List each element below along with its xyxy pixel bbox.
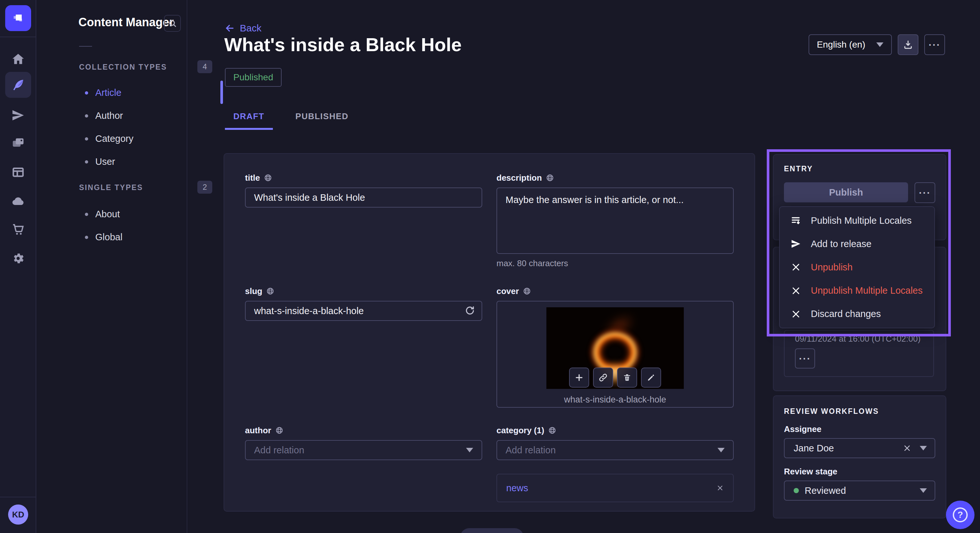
status-badge: Published	[225, 68, 282, 87]
sidebar-item-about[interactable]: About	[85, 209, 120, 219]
add-media-button[interactable]	[569, 368, 589, 388]
user-avatar[interactable]: KD	[8, 504, 28, 525]
category-relation-item: news	[496, 474, 734, 502]
cross-icon	[789, 262, 802, 272]
cover-media-card: what-s-inside-a-black-hole	[496, 301, 734, 408]
list-plus-icon	[789, 215, 802, 226]
sidebar-item-article[interactable]: Article	[85, 87, 121, 98]
schedule-more-button[interactable]: ...	[795, 348, 815, 368]
field-category: category (1) Add relation news	[496, 425, 734, 502]
tab-published[interactable]: PUBLISHED	[287, 107, 357, 130]
menu-item-label: Discard changes	[811, 309, 881, 319]
menu-item-unpublish[interactable]: Unpublish	[780, 256, 934, 279]
menu-item-label: Unpublish	[811, 262, 853, 273]
chevron-down-icon	[876, 43, 883, 47]
sidebar-item-global[interactable]: Global	[85, 232, 123, 243]
entry-heading: ENTRY	[784, 165, 935, 173]
download-icon	[903, 40, 913, 49]
regenerate-slug-button[interactable]	[465, 305, 475, 317]
assignee-label: Assignee	[784, 424, 935, 434]
media-library-icon[interactable]	[8, 133, 29, 154]
author-relation-combobox[interactable]: Add relation	[245, 440, 482, 460]
description-field-label: description	[496, 173, 542, 183]
relation-link-news[interactable]: news	[506, 483, 528, 493]
bottom-cutoff-button[interactable]	[460, 528, 524, 533]
clear-assignee-button[interactable]	[903, 444, 911, 452]
cover-field-label: cover	[496, 286, 519, 296]
title-field-label: title	[245, 173, 260, 183]
export-button[interactable]	[898, 34, 918, 55]
scheduled-publication-box: 09/11/2024 at 16:00 (UTC+02:00) ...	[784, 330, 934, 377]
assignee-value: Jane Doe	[794, 443, 903, 454]
content-manager-icon[interactable]	[5, 72, 31, 98]
globe-icon	[264, 174, 272, 182]
slug-field-label: slug	[245, 286, 262, 296]
menu-item-label: Publish Multiple Locales	[811, 215, 912, 226]
bullet-icon	[85, 91, 88, 95]
publish-button[interactable]: Publish	[784, 182, 908, 202]
menu-item-unpublish-multiple-locales[interactable]: Unpublish Multiple Locales	[780, 279, 934, 302]
question-mark-icon: ?	[953, 508, 968, 522]
strapi-logo-icon[interactable]	[5, 5, 31, 31]
search-button[interactable]	[164, 15, 181, 32]
releases-icon[interactable]	[8, 105, 29, 125]
ellipsis-icon: ...	[799, 356, 811, 361]
menu-item-discard-changes[interactable]: Discard changes	[780, 303, 934, 325]
strapi-app: KD Content Manager COLLECTION TYPES 4 Ar…	[0, 0, 980, 533]
plus-icon	[574, 373, 584, 382]
entry-more-button[interactable]: ...	[915, 182, 935, 203]
sidebar-item-author[interactable]: Author	[85, 110, 123, 121]
locale-value: English (en)	[817, 40, 865, 50]
back-link[interactable]: Back	[225, 23, 261, 34]
sidebar-item-label: User	[95, 156, 115, 167]
content-type-builder-icon[interactable]	[8, 162, 29, 182]
marketplace-cart-icon[interactable]	[8, 219, 29, 240]
assignee-combobox[interactable]: Jane Doe	[784, 438, 935, 458]
menu-item-add-to-release[interactable]: Add to release	[780, 233, 934, 255]
menu-item-label: Unpublish Multiple Locales	[811, 285, 923, 296]
cross-icon	[789, 286, 802, 296]
trash-icon	[622, 373, 632, 382]
menu-item-publish-multiple-locales[interactable]: Publish Multiple Locales	[780, 209, 934, 232]
help-button[interactable]: ?	[946, 501, 975, 529]
paper-plane-icon	[789, 239, 802, 249]
sidebar-item-label: Article	[95, 87, 121, 98]
menu-item-label: Add to release	[811, 239, 872, 249]
edit-media-button[interactable]	[641, 368, 661, 388]
review-stage-combobox[interactable]: Reviewed	[784, 481, 935, 501]
copy-link-button[interactable]	[593, 368, 613, 388]
field-author: author Add relation	[245, 425, 482, 460]
globe-icon	[548, 426, 557, 435]
cover-actions	[569, 368, 661, 388]
field-cover: cover	[496, 285, 734, 408]
slug-input[interactable]	[245, 301, 482, 321]
sidebar-item-category[interactable]: Category	[85, 133, 134, 144]
category-placeholder: Add relation	[506, 445, 556, 455]
home-icon[interactable]	[8, 49, 29, 69]
author-placeholder: Add relation	[254, 445, 304, 455]
review-workflows-panel: REVIEW WORKFLOWS Assignee Jane Doe Revie…	[773, 395, 946, 519]
locale-select[interactable]: English (en)	[808, 34, 892, 55]
chevron-down-icon	[718, 448, 725, 452]
version-tabs: DRAFT PUBLISHED	[225, 107, 357, 130]
category-relation-combobox[interactable]: Add relation	[496, 440, 734, 460]
rail-divider	[0, 497, 36, 497]
tab-draft[interactable]: DRAFT	[225, 107, 273, 130]
sidebar-title: Content Manager	[78, 16, 174, 29]
delete-media-button[interactable]	[617, 368, 637, 388]
collection-types-heading: COLLECTION TYPES	[79, 63, 167, 71]
title-input[interactable]	[245, 187, 482, 208]
remove-relation-icon[interactable]	[716, 484, 724, 492]
cross-icon	[789, 309, 802, 319]
settings-gear-icon[interactable]	[8, 248, 29, 269]
header-more-button[interactable]: ...	[924, 34, 945, 55]
scheduled-datetime: 09/11/2024 at 16:00 (UTC+02:00)	[795, 334, 933, 344]
stage-status-dot	[794, 488, 799, 493]
globe-icon	[275, 426, 283, 435]
review-stage-value: Reviewed	[805, 485, 920, 496]
deploy-cloud-icon[interactable]	[8, 191, 29, 212]
description-helper-text: max. 80 characters	[496, 259, 734, 268]
nav-rail: KD	[0, 0, 36, 533]
sidebar-item-user[interactable]: User	[85, 156, 115, 167]
description-textarea[interactable]: Maybe the answer is in this article, or …	[496, 187, 734, 254]
